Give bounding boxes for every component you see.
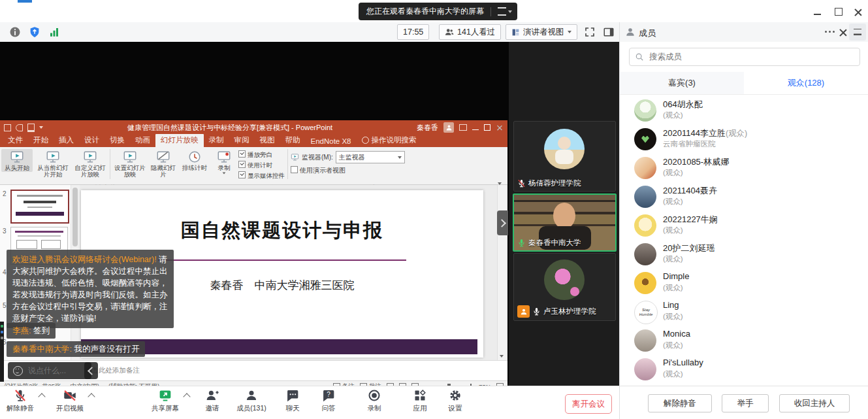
member-row[interactable]: 20201144李立胜(观众) 云南省肿瘤医院: [620, 126, 868, 154]
presenter-view-checkbox[interactable]: 使用演示者视图: [291, 166, 405, 175]
viewer-count-button[interactable]: 141人看过: [439, 24, 501, 40]
save-icon[interactable]: [4, 124, 11, 131]
ppt-titlebar[interactable]: 健康管理国自然课题设计与中标经验分享[兼容模式] - PowerPoint 秦春…: [0, 120, 507, 135]
ppt-tab-slideshow-active[interactable]: 幻灯片放映: [155, 134, 204, 147]
settings-gear-icon: [449, 389, 462, 402]
chat-input-pill[interactable]: [8, 362, 91, 379]
mic-options-caret[interactable]: [38, 393, 45, 400]
reclaim-host-button[interactable]: 收回主持人: [779, 394, 850, 412]
panel-menu-button[interactable]: [849, 24, 866, 41]
ppt-account-name[interactable]: 秦春香: [417, 123, 438, 133]
ppt-tab-file[interactable]: 文件: [3, 134, 28, 147]
invite-button[interactable]: 邀请: [193, 389, 231, 413]
ppt-tab-endnote[interactable]: EndNote X8: [306, 136, 357, 147]
undo-icon[interactable]: [16, 124, 23, 131]
show-media-controls-checkbox[interactable]: 显示媒体控件: [238, 171, 285, 180]
members-button[interactable]: 成员(131): [233, 389, 270, 413]
member-row[interactable]: 20211404聂卉 (观众): [620, 183, 868, 212]
video-panel-collapse-tab[interactable]: [497, 210, 508, 235]
ppt-avatar[interactable]: [443, 122, 454, 133]
member-row[interactable]: 20201085-林威娜 (观众): [620, 154, 868, 183]
security-shield-icon[interactable]: [29, 26, 40, 38]
ppt-quick-access-toolbar[interactable]: [4, 124, 43, 132]
tab-audience-active[interactable]: 观众(128): [744, 72, 868, 94]
ribbon-setup-show-button[interactable]: 设置幻灯片放映: [113, 149, 147, 178]
ribbon-hide-slide-button[interactable]: 隐藏幻灯片: [149, 149, 178, 178]
qa-button[interactable]: 问答: [310, 389, 347, 413]
share-options-caret[interactable]: [183, 393, 190, 400]
unmute-button[interactable]: 解除静音: [1, 389, 39, 413]
window-maximize-button[interactable]: [833, 7, 844, 17]
shared-screen-area: 健康管理国自然课题设计与中标经验分享[兼容模式] - PowerPoint 秦春…: [0, 42, 509, 386]
play-narration-checkbox[interactable]: 播放旁白: [238, 150, 285, 159]
ppt-minimize-icon[interactable]: [472, 126, 479, 130]
raise-hand-button[interactable]: 举手: [722, 394, 769, 412]
chat-button[interactable]: 聊天: [274, 389, 312, 413]
member-row[interactable]: Dimple (观众): [620, 269, 868, 298]
side-panel-icon[interactable]: [603, 26, 615, 38]
meeting-bottom-toolbar: 解除静音 开启视频 共享屏幕 邀请 成员(131) 聊天 问答: [0, 386, 868, 419]
member-row[interactable]: 20221227牛娴 (观众): [620, 212, 868, 241]
view-mode-dropdown[interactable]: 演讲者视图: [506, 24, 577, 40]
member-row[interactable]: 20护二刘延瑶 (观众): [620, 241, 868, 269]
monitor-label: 监视器(M):: [302, 153, 333, 162]
member-row[interactable]: Monica (观众): [620, 327, 868, 356]
ppt-tellme-search[interactable]: 操作说明搜索: [357, 134, 422, 147]
ribbon-rehearse-button[interactable]: 排练计时: [180, 149, 210, 172]
meeting-clock: 17:55: [397, 24, 429, 40]
panel-unmute-button[interactable]: 解除静音: [648, 394, 712, 412]
ppt-close-icon[interactable]: [497, 125, 502, 130]
panel-more-button[interactable]: [825, 31, 835, 33]
ribbon-display-icon[interactable]: [459, 124, 467, 131]
start-video-button[interactable]: 开启视频: [51, 389, 89, 413]
video-tile-yangqianrong[interactable]: 杨倩蓉护理学院: [513, 121, 616, 192]
ppt-tab-insert[interactable]: 插入: [54, 134, 79, 147]
ribbon-record-button[interactable]: 录制: [212, 149, 236, 175]
avatar: [544, 129, 585, 169]
ppt-tab-home[interactable]: 开始: [28, 134, 54, 147]
member-search-box[interactable]: [629, 48, 860, 66]
video-tile-qinchunxiang-active[interactable]: 秦春香中南大学: [513, 193, 617, 252]
member-search-input[interactable]: [648, 52, 814, 62]
thumb-number-3: 3: [3, 227, 7, 235]
video-options-caret[interactable]: [88, 393, 95, 400]
ribbon-from-beginning-button[interactable]: 从头开始: [1, 149, 33, 172]
use-timings-checkbox[interactable]: 使用计时: [238, 161, 285, 170]
fullscreen-icon[interactable]: [584, 26, 596, 38]
chat-input[interactable]: [27, 365, 75, 376]
settings-button[interactable]: 设置: [436, 389, 474, 413]
tab-guests[interactable]: 嘉宾(3): [620, 72, 744, 94]
window-close-button[interactable]: [853, 7, 863, 17]
apps-button[interactable]: 应用: [401, 389, 439, 413]
member-row[interactable]: Stay Humble Ling (观众): [620, 298, 868, 327]
chat-collapse-button[interactable]: [84, 362, 98, 379]
network-signal-icon[interactable]: [48, 26, 60, 38]
monitor-select[interactable]: 主监视器: [336, 151, 405, 163]
video-tile-luyulin[interactable]: 卢玉林护理学院: [513, 253, 616, 321]
record-icon: [368, 389, 381, 402]
share-screen-button[interactable]: 共享屏幕: [146, 389, 184, 413]
watching-banner[interactable]: 您正在观看秦春香中南大学的屏幕: [359, 3, 517, 20]
ppt-tab-review[interactable]: 审阅: [229, 134, 255, 147]
slideshow-icon[interactable]: [27, 124, 35, 132]
member-row[interactable]: 064胡永配 (观众): [620, 97, 868, 126]
window-minimize-button[interactable]: [812, 7, 822, 17]
banner-menu-icon[interactable]: [498, 7, 512, 16]
ppt-tab-transitions[interactable]: 切换: [104, 134, 130, 147]
meeting-info-icon[interactable]: [9, 26, 21, 38]
ppt-tab-animations[interactable]: 动画: [130, 134, 155, 147]
qat-dropdown-icon[interactable]: [39, 126, 43, 129]
leave-meeting-button[interactable]: 离开会议: [565, 394, 612, 414]
ppt-tab-view[interactable]: 视图: [255, 134, 280, 147]
chevron-right-icon: [498, 219, 506, 227]
ppt-tab-record[interactable]: 录制: [204, 134, 229, 147]
member-row[interactable]: Pi'sLullaby (观众): [620, 356, 868, 384]
ppt-tab-help[interactable]: 帮助: [280, 134, 306, 147]
slide-thumbnail-2-selected[interactable]: [10, 190, 69, 224]
ppt-tab-design[interactable]: 设计: [79, 134, 104, 147]
record-button[interactable]: 录制: [355, 389, 393, 413]
emoji-icon[interactable]: [13, 366, 23, 376]
ribbon-from-current-button[interactable]: 从当前幻灯片开始: [35, 149, 71, 178]
ppt-restore-icon[interactable]: [484, 124, 490, 131]
ribbon-custom-show-button[interactable]: 自定义幻灯片放映: [73, 149, 107, 178]
